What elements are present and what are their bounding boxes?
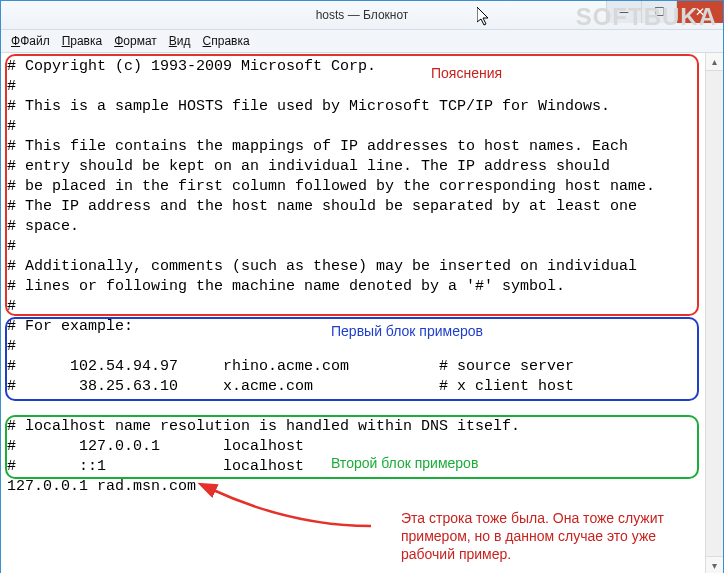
menu-view[interactable]: Вид <box>165 32 195 50</box>
window-controls: ─ ☐ ✕ <box>606 1 723 23</box>
window-title: hosts — Блокнот <box>316 8 409 22</box>
editor-line[interactable]: 127.0.0.1 rad.msn.com <box>7 477 703 497</box>
menu-bar: ФФайл Правка Формат Вид Справка <box>1 30 723 53</box>
editor-line[interactable]: # 127.0.0.1 localhost <box>7 437 703 457</box>
editor-line[interactable]: # <box>7 237 703 257</box>
editor-line[interactable]: # The IP address and the host name shoul… <box>7 197 703 217</box>
editor-line[interactable]: # Additionally, comments (such as these)… <box>7 257 703 277</box>
minimize-button[interactable]: ─ <box>606 1 641 23</box>
vertical-scrollbar[interactable]: ▴ ▾ <box>705 53 723 573</box>
editor-line[interactable]: # localhost name resolution is handled w… <box>7 417 703 437</box>
editor-line[interactable]: # space. <box>7 217 703 237</box>
maximize-button[interactable]: ☐ <box>641 1 676 23</box>
close-button[interactable]: ✕ <box>676 1 723 23</box>
editor-line[interactable]: # <box>7 77 703 97</box>
menu-file[interactable]: ФФайл <box>7 32 54 50</box>
editor-line[interactable]: # This file contains the mappings of IP … <box>7 137 703 157</box>
text-editor[interactable]: # Copyright (c) 1993-2009 Microsoft Corp… <box>7 57 703 570</box>
editor-line[interactable]: # 38.25.63.10 x.acme.com # x client host <box>7 377 703 397</box>
content-area: # Copyright (c) 1993-2009 Microsoft Corp… <box>1 53 723 573</box>
editor-line[interactable] <box>7 397 703 417</box>
menu-edit[interactable]: Правка <box>58 32 107 50</box>
editor-line[interactable]: # <box>7 337 703 357</box>
editor-line[interactable]: # 102.54.94.97 rhino.acme.com # source s… <box>7 357 703 377</box>
editor-line[interactable]: # ::1 localhost <box>7 457 703 477</box>
editor-line[interactable]: # Copyright (c) 1993-2009 Microsoft Corp… <box>7 57 703 77</box>
titlebar[interactable]: hosts — Блокнот ─ ☐ ✕ <box>1 1 723 30</box>
notepad-window: hosts — Блокнот ─ ☐ ✕ ФФайл Правка Форма… <box>0 0 724 573</box>
scroll-down-button[interactable]: ▾ <box>706 556 723 573</box>
editor-line[interactable]: # be placed in the first column followed… <box>7 177 703 197</box>
menu-help[interactable]: Справка <box>199 32 254 50</box>
editor-line[interactable]: # <box>7 117 703 137</box>
editor-line[interactable]: # For example: <box>7 317 703 337</box>
editor-line[interactable]: # lines or following the machine name de… <box>7 277 703 297</box>
menu-format[interactable]: Формат <box>110 32 161 50</box>
editor-line[interactable]: # entry should be kept on an individual … <box>7 157 703 177</box>
scroll-up-button[interactable]: ▴ <box>706 53 723 71</box>
editor-line[interactable]: # <box>7 297 703 317</box>
editor-line[interactable]: # This is a sample HOSTS file used by Mi… <box>7 97 703 117</box>
